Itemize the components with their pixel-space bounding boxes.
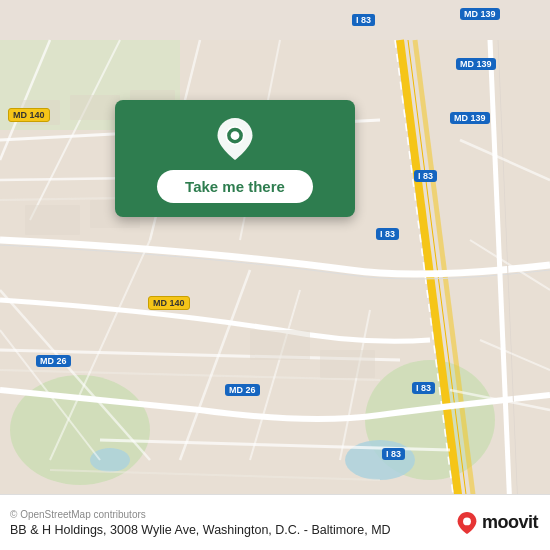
address-text: BB & H Holdings, 3008 Wylie Ave, Washing… [10, 523, 391, 537]
road-badge-i83-mid: I 83 [414, 170, 437, 182]
road-badge-md140-center: MD 140 [148, 296, 190, 310]
copyright-text: © OpenStreetMap contributors [10, 509, 391, 520]
moovit-pin-icon [456, 512, 478, 534]
svg-rect-11 [250, 330, 310, 360]
svg-rect-9 [25, 205, 80, 235]
take-me-there-button[interactable]: Take me there [157, 170, 313, 203]
road-badge-md26-left: MD 26 [36, 355, 71, 367]
svg-point-15 [463, 517, 471, 525]
svg-rect-7 [70, 95, 120, 120]
moovit-logo: moovit [456, 512, 538, 534]
road-badge-i83-top: I 83 [352, 14, 375, 26]
road-badge-md26-center: MD 26 [225, 384, 260, 396]
map-container: MD 139 I 83 MD 139 MD 140 MD 139 MD 140 … [0, 0, 550, 550]
svg-point-14 [231, 131, 240, 140]
road-badge-md139-top: MD 139 [460, 8, 500, 20]
location-pin-icon [214, 118, 256, 160]
svg-rect-12 [320, 350, 375, 378]
location-card: Take me there [115, 100, 355, 217]
info-text-block: © OpenStreetMap contributors BB & H Hold… [10, 509, 391, 537]
road-badge-i83-lower: I 83 [376, 228, 399, 240]
svg-point-5 [90, 448, 130, 472]
road-badge-md139-right1: MD 139 [456, 58, 496, 70]
road-badge-i83-bottom2: I 83 [382, 448, 405, 460]
moovit-brand-text: moovit [482, 512, 538, 533]
info-bar: © OpenStreetMap contributors BB & H Hold… [0, 494, 550, 550]
road-badge-md140-left: MD 140 [8, 108, 50, 122]
map-svg [0, 0, 550, 550]
road-badge-md139-right2: MD 139 [450, 112, 490, 124]
road-badge-i83-bottom: I 83 [412, 382, 435, 394]
